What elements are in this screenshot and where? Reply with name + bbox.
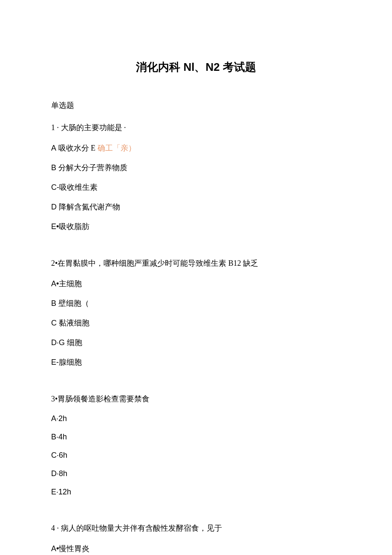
option-text: 吸收脂肪 [59,222,89,231]
page-title: 消化内科 Nl、N2 考试题 [51,60,341,75]
question-stem: 4 · 病人的呕吐物量大并伴有含酸性发酵宿食，见于 [51,523,341,533]
spacer [51,377,341,394]
option-prefix: E• [51,222,59,231]
option: D 降解含氮代谢产物 [51,202,341,212]
answer-hint: 确工「亲） [95,144,136,152]
option: B 分解大分子营养物质 [51,163,341,173]
option-text: 吸收维生素 [59,183,98,192]
option-text: 分解大分子营养物质 [56,163,127,172]
option: A•慢性胃炎 [51,543,341,554]
option-prefix: D [51,203,57,211]
option-prefix: C [51,319,57,327]
option-prefix: C·6h [51,451,67,459]
option-prefix: D·G [51,338,65,347]
option-text: 腺细胞 [59,358,82,366]
spacer [51,241,341,258]
section-label: 单选题 [51,100,341,110]
option-prefix: B·4h [51,433,67,441]
option-prefix: E- [51,358,59,366]
option-text: 吸收水分 E [56,144,95,152]
option-prefix: A• [51,279,59,288]
option-prefix: B [51,299,56,308]
option: D·8h [51,469,341,478]
option: C·6h [51,451,341,460]
option-text: 壁细胞（ [56,299,89,308]
option-text: 降解含氮代谢产物 [57,203,120,211]
option: A•主细胞 [51,279,341,289]
question-stem: 1 · 大肠的主要功能是 · [51,122,341,133]
document-page: 消化内科 Nl、N2 考试题 单选题 1 · 大肠的主要功能是 · A 吸收水分… [0,0,392,555]
option-text: 细胞 [65,338,82,347]
spacer [51,506,341,523]
option-prefix: E·12h [51,488,71,496]
option: E-腺细胞 [51,357,341,367]
option-text: 主细胞 [59,279,82,288]
option-text: 黏液细胞 [57,319,89,327]
option: E•吸收脂肪 [51,221,341,232]
option: B·4h [51,433,341,442]
question-stem: 2•在胃黏膜中，哪种细胞严重减少时可能导致维生素 B12 缺乏 [51,258,341,268]
option-prefix: C- [51,183,59,192]
option: D·G 细胞 [51,337,341,348]
option-prefix: D·8h [51,469,67,478]
option: E·12h [51,488,341,497]
option-prefix: B [51,163,56,172]
option: C-吸收维生素 [51,182,341,192]
option-prefix: A·2h [51,414,67,423]
option-prefix: A• [51,544,59,553]
option: A·2h [51,414,341,423]
question-stem: 3•胃肠领餐造影检查需要禁食 [51,394,341,404]
option: A 吸收水分 E 确工「亲） [51,143,341,153]
option-prefix: A [51,144,56,152]
option-text: 慢性胃炎 [59,544,89,553]
option: B 壁细胞（ [51,298,341,308]
option: C 黏液细胞 [51,318,341,328]
